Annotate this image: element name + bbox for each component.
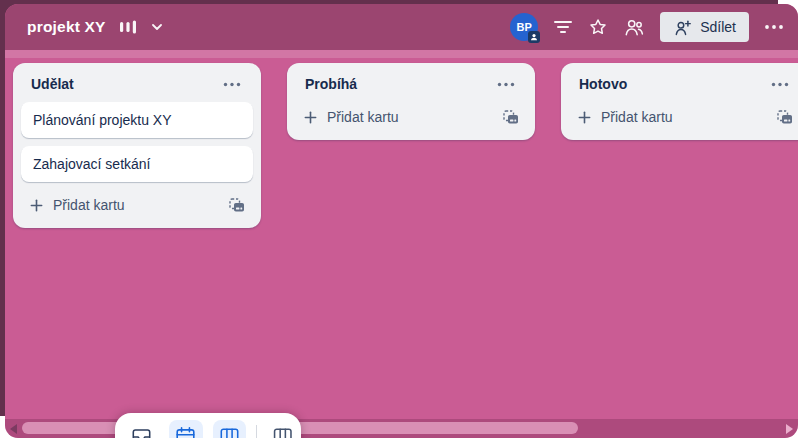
members-icon[interactable] [623,17,645,37]
list-footer: Přidat kartu [569,102,798,132]
avatar-guest-badge-icon [528,31,540,43]
create-from-template-icon[interactable] [497,103,525,131]
add-card-label: Přidat kartu [601,109,673,125]
board-canvas: Udělat Plánování projektu XY Zahajovací … [5,50,798,438]
list-header: Probíhá [295,71,527,102]
card[interactable]: Zahajovací setkání [21,146,253,182]
star-icon[interactable] [588,17,608,37]
list-title[interactable]: Udělat [31,76,74,92]
card[interactable]: Plánování projektu XY [21,102,253,138]
add-card-button[interactable]: Přidat kartu [571,102,771,132]
trello-board-window: projekt XY BP [5,4,798,438]
list-footer: Přidat kartu [21,190,253,220]
list-probiha: Probíhá Přidat kartu [287,63,535,140]
board-view-icon[interactable] [213,420,247,438]
inbox-icon[interactable] [125,420,159,438]
chevron-down-icon[interactable] [150,20,164,34]
card-title: Zahajovací setkání [33,156,151,172]
scroll-left-arrow[interactable] [10,424,17,434]
plus-icon [577,110,592,125]
plus-icon [303,110,318,125]
list-menu-icon[interactable] [767,80,793,89]
add-card-label: Přidat kartu [53,197,125,213]
list-header: Hotovo [569,71,798,102]
planner-icon[interactable] [169,420,203,438]
list-title[interactable]: Hotovo [579,76,627,92]
list-header: Udělat [21,71,253,102]
filter-icon[interactable] [553,18,573,36]
list-title[interactable]: Probíhá [305,76,357,92]
toolbar-divider [256,425,257,438]
share-button[interactable]: Sdílet [660,12,749,42]
plus-icon [29,198,44,213]
board-title-group: projekt XY [27,18,164,36]
board-title[interactable]: projekt XY [27,18,106,36]
create-from-template-icon[interactable] [223,191,251,219]
list-udelat: Udělat Plánování projektu XY Zahajovací … [13,63,261,228]
overflow-menu-icon[interactable] [764,24,784,30]
add-card-button[interactable]: Přidat kartu [23,190,223,220]
share-button-label: Sdílet [700,19,736,35]
list-footer: Přidat kartu [295,102,527,132]
view-switcher-toolbar [115,413,301,438]
scroll-right-arrow[interactable] [786,424,793,434]
board-views-icon[interactable] [119,19,137,35]
board-header-actions: BP Sdílet [510,12,784,42]
list-hotovo: Hotovo Přidat kartu [561,63,798,140]
person-plus-icon [673,19,692,36]
add-card-button[interactable]: Přidat kartu [297,102,497,132]
avatar[interactable]: BP [510,13,538,41]
list-menu-icon[interactable] [219,80,245,89]
create-from-template-icon[interactable] [771,103,798,131]
card-title: Plánování projektu XY [33,112,172,128]
screen: projekt XY BP [0,0,800,438]
lists-row: Udělat Plánování projektu XY Zahajovací … [13,63,798,228]
list-menu-icon[interactable] [493,80,519,89]
switch-boards-icon[interactable] [267,420,301,438]
board-header: projekt XY BP [5,4,798,50]
add-card-label: Přidat kartu [327,109,399,125]
board-top-highlight [5,50,798,58]
